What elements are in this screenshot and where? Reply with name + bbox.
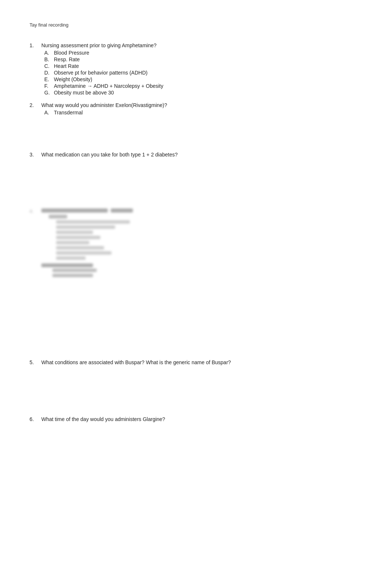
- question-item-2: 2. What way would you administer Exelon(…: [30, 102, 362, 115]
- answer-text-2-a: Transdermal: [54, 110, 83, 115]
- answer-item-1-f: F. Amphetamine → ADHD + Narcolepsy + Obe…: [44, 83, 362, 89]
- answer-text-1-a: Blood Pressure: [54, 50, 89, 56]
- question-number-label-1: 1.: [30, 42, 38, 48]
- blurred-q4-title-line2: [111, 208, 133, 213]
- blurred-q4-title-line1: [41, 208, 108, 213]
- answer-item-1-b: B. Resp. Rate: [44, 56, 362, 62]
- blurred-q4-section2: [41, 263, 133, 267]
- blurred-answer-8: [56, 256, 86, 260]
- question-item-6: 6. What time of the day would you admini…: [30, 416, 362, 422]
- question-text-5: What conditions are associated with Busp…: [41, 359, 231, 365]
- answer-text-1-b: Resp. Rate: [54, 56, 80, 62]
- question-number-label-5: 5.: [30, 359, 38, 365]
- blurred-answer-4: [56, 236, 100, 239]
- question-text-3: What medication can you take for both ty…: [41, 152, 178, 158]
- answer-text-1-c: Heart Rate: [54, 63, 79, 69]
- answer-letter-1-a: A.: [44, 50, 52, 56]
- blurred-answer-6: [56, 246, 104, 249]
- answer-letter-1-f: F.: [44, 83, 52, 89]
- answer-letter-1-d: D.: [44, 70, 52, 76]
- spacer-q3-q4: [30, 164, 362, 208]
- question-item-4-blurred: 4.: [30, 208, 362, 279]
- blurred-q4-sub-line: [49, 215, 67, 218]
- blurred-answer-7: [56, 251, 111, 255]
- answer-item-1-e: E. Weight (Obesity): [44, 76, 362, 82]
- answer-item-1-d: D. Observe pt for behavior patterns (ADH…: [44, 70, 362, 76]
- blurred-q4-number: 4.: [30, 208, 38, 214]
- question-item-3: 3. What medication can you take for both…: [30, 152, 362, 158]
- blurred-s2-answer-2: [52, 274, 93, 277]
- answer-text-1-f: Amphetamine → ADHD + Narcolepsy + Obesit…: [54, 83, 163, 89]
- answer-item-2-a: A. Transdermal: [44, 110, 362, 115]
- question-text-1: Nursing assessment prior to giving Amphe…: [41, 42, 157, 48]
- answer-list-1: A. Blood Pressure B. Resp. Rate C. Heart…: [44, 50, 362, 96]
- blurred-answer-1: [56, 220, 130, 224]
- blurred-answer-3: [56, 231, 93, 234]
- question-list: 1. Nursing assessment prior to giving Am…: [30, 42, 362, 115]
- question-text-6: What time of the day would you administe…: [41, 416, 165, 422]
- answer-letter-1-g: G.: [44, 90, 52, 96]
- answer-letter-1-e: E.: [44, 76, 52, 82]
- spacer-q5-q6: [30, 372, 362, 416]
- page-header: Tay final recording: [30, 22, 362, 28]
- blurred-answer-2: [56, 225, 115, 229]
- blurred-section2-line: [41, 263, 93, 267]
- answer-text-1-d: Observe pt for behavior patterns (ADHD): [54, 70, 148, 76]
- answer-item-1-a: A. Blood Pressure: [44, 50, 362, 56]
- answer-letter-1-b: B.: [44, 56, 52, 62]
- blurred-q4-section2-answers: [52, 269, 133, 277]
- answer-item-1-g: G. Obesity must be above 30: [44, 90, 362, 96]
- question-item-5: 5. What conditions are associated with B…: [30, 359, 362, 365]
- question-number-label-6: 6.: [30, 416, 38, 422]
- answer-list-2: A. Transdermal: [44, 110, 362, 115]
- blurred-s2-answer-1: [52, 269, 97, 272]
- question-text-2: What way would you administer Exelon(Riv…: [41, 102, 167, 108]
- blurred-answer-5: [56, 241, 89, 244]
- spacer-q4-q5: [30, 286, 362, 359]
- spacer-q2-q3: [30, 122, 362, 152]
- blurred-q4-answers: [56, 220, 133, 260]
- answer-text-1-g: Obesity must be above 30: [54, 90, 114, 96]
- answer-text-1-e: Weight (Obesity): [54, 76, 92, 82]
- question-number-label-3: 3.: [30, 152, 38, 158]
- question-item-1: 1. Nursing assessment prior to giving Am…: [30, 42, 362, 96]
- answer-letter-2-a: A.: [44, 110, 52, 115]
- answer-letter-1-c: C.: [44, 63, 52, 69]
- question-number-label-2: 2.: [30, 102, 38, 108]
- answer-item-1-c: C. Heart Rate: [44, 63, 362, 69]
